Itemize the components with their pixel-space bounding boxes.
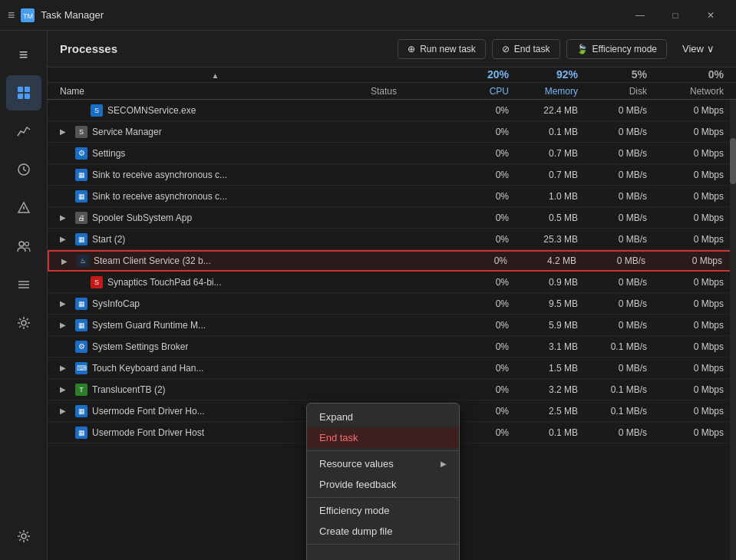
process-net: 0 Mbps [647,191,724,202]
table-row[interactable]: ⚙ System Settings Broker 0% 3.1 MB 0.1 M… [48,336,736,357]
process-cpu: 0% [447,384,509,395]
ctx-open-file-location[interactable]: Go to details [307,556,459,560]
process-icon: 🖨 [75,212,87,224]
process-cpu: 0% [447,363,509,374]
ctx-create-dump-label: Create dump file [319,525,392,537]
process-cpu: 0% [447,148,509,159]
process-disk: 0 MB/s [578,277,647,288]
table-row[interactable]: S SECOMNService.exe 0% 22.4 MB 0 MB/s 0 … [48,100,736,121]
scrollbar-thumb[interactable] [730,138,736,184]
process-cpu: 0% [447,191,509,202]
table-row[interactable]: ▶ S Service Manager 0% 0.1 MB 0 MB/s 0 M… [48,121,736,143]
process-net: 0 Mbps [647,212,724,223]
ctx-expand-label: Expand [319,411,353,423]
process-mem: 2.5 MB [509,406,578,417]
expand-arrow-icon[interactable]: ▶ [60,235,71,243]
table-row[interactable]: ▶ ▦ SysInfoCap 0% 9.5 MB 0 MB/s 0 Mbps [48,293,736,315]
col-mem-header[interactable]: Memory [545,86,578,97]
process-icon: S [91,276,103,288]
sidebar-item-performance[interactable] [6,114,41,149]
process-cpu: 0% [447,320,509,331]
hamburger-icon[interactable]: ≡ [8,8,15,22]
process-indent-cell: S Synaptics TouchPad 64-bi... [91,276,222,288]
table-row[interactable]: ▦ Sink to receive asynchronous c... 0% 0… [48,164,736,186]
col-cpu-header[interactable]: CPU [490,86,509,97]
ctx-end-task[interactable]: End task [307,427,459,448]
process-mem: 0.1 MB [509,427,578,438]
expand-arrow-icon[interactable]: ▶ [60,321,71,329]
process-disk: 0 MB/s [578,148,647,159]
process-icon: ▦ [75,233,87,245]
ctx-provide-feedback[interactable]: Provide feedback [307,474,459,495]
sidebar-item-hamburger[interactable]: ≡ [6,37,41,72]
view-arrow-icon: ∨ [707,43,715,54]
cpu-percent: 20% [487,68,509,81]
table-row[interactable]: ▶ ▦ System Guard Runtime M... 0% 5.9 MB … [48,315,736,336]
table-row[interactable]: ▦ Sink to receive asynchronous c... 0% 1… [48,186,736,207]
expand-arrow-icon[interactable]: ▶ [60,364,71,372]
sidebar-item-settings[interactable] [6,519,41,554]
process-disk: 0 MB/s [578,170,647,180]
ctx-create-dump[interactable]: Create dump file [307,521,459,542]
expand-arrow-icon[interactable]: ▶ [60,407,71,415]
end-task-button[interactable]: ⊘ End task [492,39,560,59]
minimize-button[interactable]: — [622,3,658,28]
process-cpu: 0% [447,105,509,116]
process-mem: 1.5 MB [509,363,578,374]
expand-arrow-icon[interactable]: ▶ [60,385,71,394]
process-name: Synaptics TouchPad 64-bi... [107,277,222,288]
table-row[interactable]: ▶ ⌨ Touch Keyboard and Han... 0% 1.5 MB … [48,357,736,379]
ctx-go-to-details[interactable] [307,547,459,556]
process-name: System Guard Runtime M... [92,320,206,331]
toolbar: Processes ⊕ Run new task ⊘ End task 🍃 Ef… [48,31,736,68]
col-name-header[interactable]: Name [60,86,84,97]
process-icon: ▦ [75,319,87,331]
ctx-resource-values[interactable]: Resource values ▶ [307,453,459,474]
sidebar-item-history[interactable] [6,152,41,187]
sidebar-item-users[interactable] [6,229,41,264]
net-percent: 0% [708,68,724,81]
run-new-task-button[interactable]: ⊕ Run new task [398,39,486,59]
expand-arrow-icon[interactable]: ▶ [61,257,72,265]
ctx-separator-3 [307,544,459,545]
table-row[interactable]: ⚙ Settings 0% 0.7 MB 0 MB/s 0 Mbps [48,143,736,164]
process-net: 0 Mbps [647,127,724,137]
table-row[interactable]: ▶ ▦ Start (2) 0% 25.3 MB 0 MB/s 0 Mbps [48,229,736,250]
steam-client-service-row[interactable]: ▶ ♨ Steam Client Service (32 b... 0% 4.2… [48,250,736,272]
expand-arrow-icon[interactable]: ▶ [60,127,71,136]
process-name: Settings [92,148,125,159]
ctx-separator-2 [307,497,459,498]
table-row[interactable]: S Synaptics TouchPad 64-bi... 0% 0.9 MB … [48,272,736,293]
process-mem: 0.7 MB [509,148,578,159]
sidebar-item-processes[interactable] [6,75,41,110]
process-mem: 3.2 MB [509,384,578,395]
table-row[interactable]: ▶ T TranslucentTB (2) 0% 3.2 MB 0.1 MB/s… [48,379,736,400]
process-icon: ▦ [75,190,87,203]
view-label: View [682,43,704,54]
ctx-expand[interactable]: Expand [307,407,459,427]
mem-percent: 92% [556,68,578,81]
processes-list[interactable]: S SECOMNService.exe 0% 22.4 MB 0 MB/s 0 … [48,100,736,560]
end-task-icon: ⊘ [502,44,510,54]
process-name: SECOMNService.exe [107,105,196,116]
col-status-header[interactable]: Status [371,86,397,97]
ctx-efficiency-mode[interactable]: Efficiency mode [307,500,459,521]
expand-arrow-icon[interactable]: ▶ [60,299,71,308]
sidebar-item-services[interactable] [6,305,41,341]
process-net: 0 Mbps [645,255,722,266]
view-button[interactable]: View ∨ [673,39,724,58]
expand-arrow-icon[interactable]: ▶ [60,213,71,222]
process-name: TranslucentTB (2) [92,384,166,395]
maximize-button[interactable]: □ [658,3,693,28]
sidebar-item-startup[interactable] [6,190,41,226]
process-net: 0 Mbps [647,170,724,180]
close-button[interactable]: ✕ [693,3,728,28]
sidebar-item-details[interactable] [6,267,41,302]
ctx-separator-1 [307,450,459,451]
col-net-header[interactable]: Network [690,86,724,97]
table-row[interactable]: ▶ 🖨 Spooler SubSystem App 0% 0.5 MB 0 MB… [48,207,736,229]
svg-point-9 [19,242,24,246]
efficiency-mode-button[interactable]: 🍃 Efficiency mode [566,39,668,59]
col-disk-header[interactable]: Disk [629,86,647,97]
process-disk: 0 MB/s [578,363,647,374]
